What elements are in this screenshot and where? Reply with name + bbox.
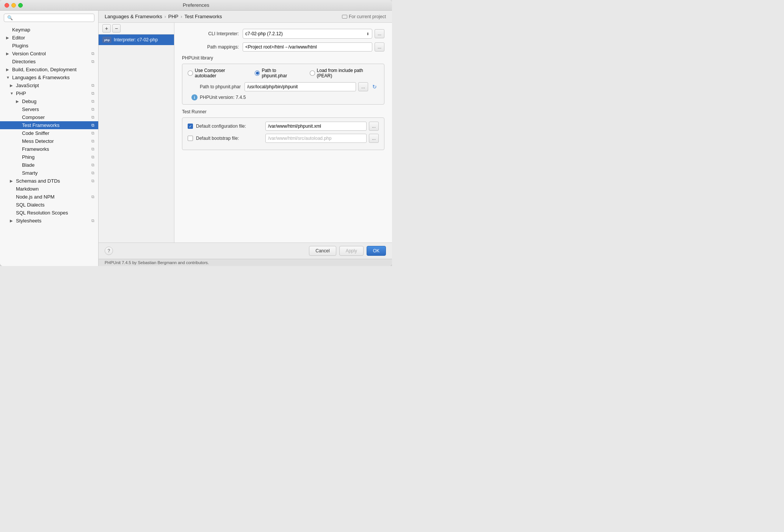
expand-arrow-javascript: ▶ <box>10 83 15 88</box>
breadcrumb-php[interactable]: PHP <box>168 14 179 19</box>
sidebar-item-label-version-control: Version Control <box>12 51 90 56</box>
sidebar-item-debug[interactable]: ▶ Debug ⧉ <box>0 97 98 105</box>
cancel-button[interactable]: Cancel <box>309 246 336 256</box>
main-content: 🔍 Keymap ▶ Editor Plugins <box>0 11 392 266</box>
toolbar: + − <box>99 23 174 34</box>
copy-icon-test-frameworks: ⧉ <box>91 123 94 128</box>
sidebar-item-label-composer: Composer <box>22 114 90 120</box>
sidebar-item-directories[interactable]: Directories ⧉ <box>0 58 98 66</box>
radio-include-btn[interactable] <box>310 70 315 76</box>
sidebar-item-label-languages: Languages & Frameworks <box>12 75 94 80</box>
sidebar-item-keymap[interactable]: Keymap <box>0 26 98 34</box>
sidebar-item-plugins[interactable]: Plugins <box>0 42 98 50</box>
add-button[interactable]: + <box>102 24 111 33</box>
sidebar-item-label-debug: Debug <box>22 99 90 104</box>
bottom-bar: ? Cancel Apply OK <box>99 243 392 259</box>
content-area: + − php Interpreter: c7-02-php CLI Int <box>99 23 392 243</box>
breadcrumb-test-frameworks[interactable]: Test Frameworks <box>184 14 222 19</box>
sidebar-item-label-javascript: JavaScript <box>16 83 90 88</box>
bottom-buttons: Cancel Apply OK <box>309 246 386 256</box>
sidebar-item-languages[interactable]: ▼ Languages & Frameworks <box>0 74 98 81</box>
phar-path-ellipsis-btn[interactable]: ... <box>358 82 368 91</box>
copy-icon-servers: ⧉ <box>91 107 94 112</box>
default-config-checkbox[interactable] <box>188 124 193 129</box>
sidebar-item-nodejs[interactable]: Node.js and NPM ⧉ <box>0 193 98 201</box>
search-input[interactable] <box>14 15 91 20</box>
expand-arrow-build: ▶ <box>6 67 11 72</box>
sidebar-item-sql-dialects[interactable]: SQL Dialects <box>0 201 98 209</box>
copy-icon-blade: ⧉ <box>91 163 94 167</box>
copy-icon-php: ⧉ <box>91 91 94 96</box>
sidebar-item-code-sniffer[interactable]: Code Sniffer ⧉ <box>0 129 98 137</box>
phpunit-library-label: PHPUnit library <box>182 55 384 61</box>
sidebar-item-blade[interactable]: Blade ⧉ <box>0 161 98 169</box>
remove-button[interactable]: − <box>112 24 121 33</box>
refresh-button[interactable]: ↻ <box>370 83 379 91</box>
sidebar-item-label-php: PHP <box>16 91 90 96</box>
path-mappings-ellipsis-btn[interactable]: ... <box>375 42 384 52</box>
cli-interpreter-dropdown[interactable]: c7-02-php (7.2.12) ⬍ <box>243 29 372 39</box>
phar-path-input[interactable] <box>245 82 356 91</box>
traffic-lights <box>5 3 23 8</box>
sidebar-item-javascript[interactable]: ▶ JavaScript ⧉ <box>0 81 98 89</box>
radio-phpunit-item[interactable]: Path to phpunit.phar <box>255 68 302 78</box>
phar-path-row: Path to phpunit.phar ... ↻ <box>188 82 379 91</box>
sidebar-item-stylesheets[interactable]: ▶ Stylesheets ⧉ <box>0 217 98 225</box>
sidebar-item-label-keymap: Keymap <box>12 27 94 33</box>
copy-icon-frameworks: ⧉ <box>91 147 94 152</box>
sidebar-item-phing[interactable]: Phing ⧉ <box>0 153 98 161</box>
breadcrumb-languages[interactable]: Languages & Frameworks <box>105 14 162 19</box>
sidebar-item-label-stylesheets: Stylesheets <box>16 218 90 224</box>
sidebar-item-label-sql-resolution: SQL Resolution Scopes <box>16 210 94 216</box>
sidebar-item-smarty[interactable]: Smarty ⧉ <box>0 169 98 177</box>
maximize-button[interactable] <box>18 3 23 8</box>
sidebar-item-version-control[interactable]: ▶ Version Control ⧉ <box>0 50 98 58</box>
sidebar-item-markdown[interactable]: Markdown <box>0 185 98 193</box>
path-mappings-input[interactable] <box>243 42 372 52</box>
sidebar-item-label-build: Build, Execution, Deployment <box>12 67 94 72</box>
copy-icon-debug: ⧉ <box>91 99 94 104</box>
sidebar-item-php[interactable]: ▼ PHP ⧉ <box>0 89 98 97</box>
sidebar-item-servers[interactable]: Servers ⧉ <box>0 105 98 113</box>
interpreter-item[interactable]: php Interpreter: c7-02-php <box>99 34 174 45</box>
sidebar-item-mess-detector[interactable]: Mess Detector ⧉ <box>0 137 98 145</box>
radio-composer-btn[interactable] <box>188 70 193 76</box>
expand-arrow-php: ▼ <box>10 91 15 95</box>
expand-arrow-debug: ▶ <box>16 99 21 103</box>
default-config-ellipsis-btn[interactable]: ... <box>369 122 379 131</box>
sidebar-item-frameworks[interactable]: Frameworks ⧉ <box>0 145 98 153</box>
sidebar-item-editor[interactable]: ▶ Editor <box>0 34 98 42</box>
copy-icon-mess-detector: ⧉ <box>91 139 94 144</box>
default-bootstrap-input[interactable] <box>265 134 367 143</box>
apply-button[interactable]: Apply <box>339 246 364 256</box>
radio-phpunit-btn[interactable] <box>255 70 260 76</box>
cli-interpreter-ellipsis-btn[interactable]: ... <box>375 29 384 38</box>
close-button[interactable] <box>5 3 9 8</box>
phar-path-label: Path to phpunit.phar <box>188 84 245 89</box>
radio-include-item[interactable]: Load from include path (PEAR) <box>310 68 379 78</box>
expand-arrow-editor: ▶ <box>6 36 11 40</box>
help-button[interactable]: ? <box>105 247 113 255</box>
sidebar-item-build[interactable]: ▶ Build, Execution, Deployment <box>0 66 98 74</box>
project-icon <box>342 15 347 19</box>
default-config-input-area: ... <box>265 122 379 131</box>
ok-button[interactable]: OK <box>367 246 386 256</box>
default-bootstrap-checkbox[interactable] <box>188 136 193 141</box>
sidebar-item-composer[interactable]: Composer ⧉ <box>0 113 98 121</box>
sidebar-item-test-frameworks[interactable]: Test Frameworks ⧉ <box>0 121 98 129</box>
minimize-button[interactable] <box>11 3 16 8</box>
test-runner-section: Test Runner Default configuration file: … <box>182 109 384 150</box>
sidebar-item-label-markdown: Markdown <box>16 186 94 192</box>
dropdown-arrow-cli: ⬍ <box>366 32 369 36</box>
radio-composer-item[interactable]: Use Composer autoloader <box>188 68 247 78</box>
copy-icon-smarty: ⧉ <box>91 171 94 175</box>
default-config-input[interactable] <box>265 122 367 131</box>
sidebar-item-label-editor: Editor <box>12 35 94 41</box>
list-column: + − php Interpreter: c7-02-php <box>99 23 174 243</box>
copy-icon-nodejs: ⧉ <box>91 194 94 199</box>
status-text: PHPUnit 7.4.5 by Sebastian Bergmann and … <box>105 260 209 265</box>
sidebar-item-schemas[interactable]: ▶ Schemas and DTDs ⧉ <box>0 177 98 185</box>
default-bootstrap-ellipsis-btn[interactable]: ... <box>369 134 379 143</box>
sidebar-item-sql-resolution[interactable]: SQL Resolution Scopes <box>0 209 98 217</box>
search-box[interactable]: 🔍 <box>4 14 94 22</box>
